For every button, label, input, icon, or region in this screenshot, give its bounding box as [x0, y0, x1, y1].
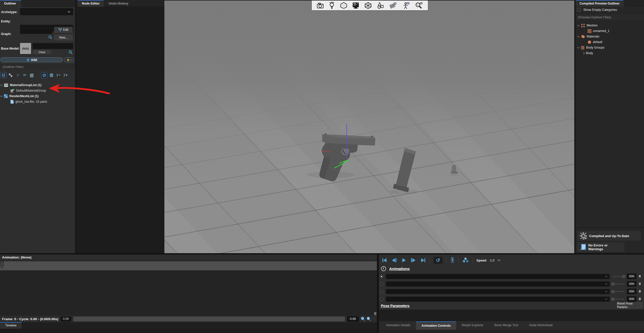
skip-end-icon[interactable] — [420, 257, 426, 263]
outliner-filter-input[interactable] — [0, 64, 75, 69]
step-back-icon[interactable] — [391, 257, 398, 263]
shaded-mode-button[interactable] — [340, 2, 347, 9]
chevron-collapsed-icon[interactable] — [582, 52, 585, 54]
timeline-scrollbar[interactable] — [74, 317, 345, 321]
step-forward-icon[interactable] — [410, 257, 417, 263]
tree-row-body-groups[interactable]: Body Groups — [578, 45, 604, 50]
animations-heading[interactable]: Animations — [389, 267, 410, 271]
zoom-out-icon[interactable] — [366, 316, 371, 321]
inspect-button[interactable] — [415, 2, 423, 9]
anim-frames-box[interactable]: 000 — [627, 281, 636, 287]
anim-slot-radio[interactable] — [380, 282, 383, 286]
base-model-input[interactable] — [32, 43, 73, 49]
tree-row-unnamed1[interactable]: unnamed_1 — [588, 28, 610, 34]
wireframe-mode-button[interactable] — [364, 2, 372, 9]
anim-frames-box[interactable]: 000 — [627, 296, 636, 302]
play-icon[interactable] — [401, 257, 407, 263]
collision-mode-button[interactable] — [377, 2, 384, 9]
physics-overlay-button[interactable] — [389, 2, 397, 9]
tab-bone-merge-tool[interactable]: Bone Merge Tool — [489, 321, 524, 330]
tree-view-button[interactable] — [1, 72, 7, 78]
anim-frames-box[interactable]: 000 — [627, 274, 636, 279]
anim-weight-slider[interactable] — [612, 299, 624, 300]
chevron-expanded-icon[interactable] — [0, 83, 3, 86]
tab-animation-controls[interactable]: Animation Controls — [416, 321, 456, 330]
tree-row-glock-fbx[interactable]: glock_low.fbx: 15 parts — [10, 99, 47, 104]
skeleton-overlay-button[interactable] — [402, 2, 410, 9]
graph-edit-button[interactable]: Edit — [54, 27, 73, 32]
anim-slot-radio[interactable] — [380, 275, 383, 278]
favorites-button[interactable] — [64, 57, 74, 62]
graph-input[interactable] — [20, 28, 53, 34]
list-options-button[interactable] — [29, 72, 35, 78]
wildcard-filter-button[interactable]: ?* — [22, 72, 28, 78]
base-model-search-icon[interactable] — [68, 50, 73, 54]
anim-select[interactable] — [386, 281, 610, 287]
fullbright-mode-button[interactable] — [352, 2, 360, 9]
panel-divider[interactable] — [377, 254, 379, 333]
show-empty-categories-row[interactable]: Show Empty Categories — [577, 8, 617, 12]
errors-status-button[interactable]: No Errors or Warnings — [577, 242, 625, 252]
tab-animation-details[interactable]: Animation Details — [380, 321, 416, 330]
archetype-select[interactable] — [20, 8, 73, 15]
character-pose-icon[interactable] — [450, 257, 455, 263]
regex-filter-button[interactable]: .* — [15, 72, 21, 78]
chevron-expanded-icon[interactable] — [577, 24, 580, 26]
tab-node-worksheet[interactable]: Node Worksheet — [524, 321, 558, 330]
anim-select[interactable] — [386, 274, 610, 279]
tree-row-materials[interactable]: Materials — [578, 34, 599, 39]
anim-select[interactable] — [386, 297, 610, 302]
tab-outliner[interactable]: Outliner — [0, 0, 21, 7]
anim-weight-slider[interactable] — [612, 291, 624, 292]
slider-knob[interactable] — [611, 298, 615, 301]
tree-row-meshes[interactable]: Meshes — [578, 23, 598, 28]
dopesheet-track[interactable] — [0, 261, 377, 270]
hide-disabled-button[interactable] — [41, 72, 47, 78]
tab-morph-explorer[interactable]: Morph Explorer — [456, 321, 489, 330]
expand-all-button[interactable] — [62, 72, 68, 78]
tree-row-materialgrouplist[interactable]: MaterialGroupList (1) — [1, 82, 42, 88]
slider-knob[interactable] — [611, 290, 615, 293]
chevron-expanded-icon[interactable] — [577, 35, 580, 37]
loop-toggle-button[interactable]: ↺ — [434, 257, 443, 264]
pose-parameters-heading[interactable]: Pose Parameters — [381, 304, 410, 308]
skip-start-icon[interactable] — [381, 257, 387, 263]
screenshot-button[interactable] — [316, 2, 324, 9]
flat-list-button[interactable] — [48, 72, 54, 78]
add-button[interactable]: Add — [1, 57, 63, 62]
base-model-clear-button[interactable]: Clear — [33, 50, 51, 54]
frame-value-input[interactable] — [60, 316, 71, 322]
compile-status-button[interactable]: Compiled and Up-To-Date — [577, 231, 641, 241]
physics-blocks-icon[interactable] — [462, 257, 469, 264]
tree-row-rendermeshlist[interactable]: RenderMeshList (1) — [1, 93, 39, 99]
chevron-expanded-icon[interactable] — [577, 46, 580, 48]
show-empty-checkbox[interactable] — [577, 8, 581, 12]
collapse-all-button[interactable] — [55, 72, 61, 78]
anim-slot-radio[interactable] — [380, 298, 383, 301]
anim-frames-box[interactable]: 000 — [627, 289, 636, 294]
anim-select[interactable] — [386, 289, 610, 294]
graph-search-icon[interactable] — [48, 35, 52, 39]
slider-knob[interactable] — [622, 275, 625, 278]
bone-view-button[interactable] — [8, 72, 14, 78]
reset-pose-params-button[interactable]: Reset Pose Params — [617, 302, 643, 308]
scrollbar-thumb[interactable] — [374, 312, 376, 315]
lighting-button[interactable] — [329, 2, 335, 9]
zoom-in-icon[interactable] — [361, 316, 366, 321]
tab-undo-history[interactable]: Undo History — [104, 1, 132, 7]
viewport-3d[interactable] — [164, 0, 574, 253]
playhead-marker[interactable] — [0, 261, 4, 269]
tree-row-defaultmaterialgroup[interactable]: DefaultMaterialGroup — [10, 88, 46, 93]
slider-knob[interactable] — [611, 282, 615, 286]
anim-weight-slider[interactable] — [612, 284, 624, 284]
anim-weight-slider[interactable] — [612, 276, 624, 277]
graph-new-button[interactable]: New... — [54, 35, 73, 40]
tree-row-default-material[interactable]: default — [588, 39, 602, 45]
speed-dropdown[interactable] — [497, 258, 500, 261]
tab-node-editor[interactable]: Node Editor — [78, 0, 104, 7]
chevron-expanded-icon[interactable] — [0, 94, 3, 97]
tab-timeline[interactable]: Timeline — [0, 322, 22, 329]
anim-slot-radio[interactable] — [380, 290, 383, 293]
preview-filter-input[interactable] — [576, 14, 644, 20]
tab-compiled-preview-outliner[interactable]: Compiled Preview Outliner — [576, 0, 624, 7]
